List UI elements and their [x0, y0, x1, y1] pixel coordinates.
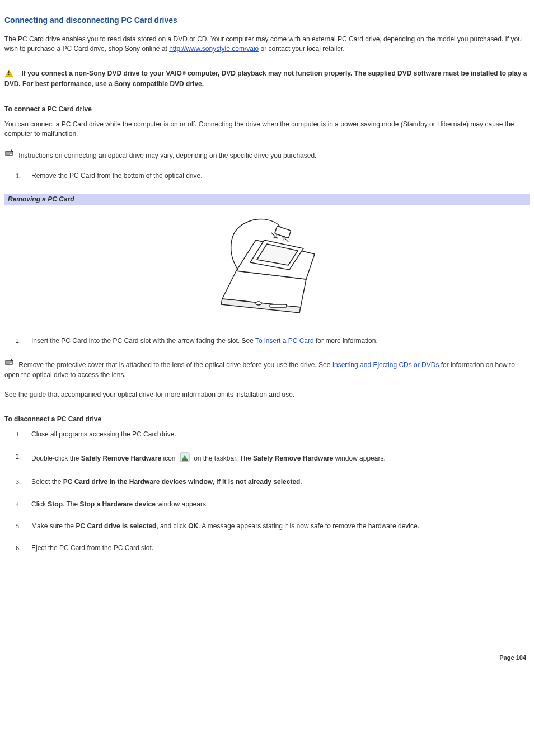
d2d: on the taskbar. The: [192, 454, 253, 462]
d3a: Select the: [31, 478, 63, 486]
d5b: PC Card drive is selected: [76, 522, 156, 530]
d4c: . The: [63, 500, 79, 508]
connect-steps-cont: Insert the PC Card into the PC Card slot…: [4, 336, 530, 346]
pc-card-drive-illustration: [205, 209, 329, 321]
intro-text-2: or contact your local retailer.: [259, 45, 344, 53]
connect-heading: To connect a PC Card drive: [4, 105, 530, 113]
d2b: Safely Remove Hardware: [81, 454, 161, 462]
inserting-ejecting-link[interactable]: Inserting and Ejecting CDs or DVDs: [332, 361, 439, 369]
d3c: .: [300, 478, 302, 486]
disconnect-steps: Close all programs accessing the PC Card…: [4, 430, 530, 553]
d3b: PC Card drive in the Hardware devices wi…: [63, 478, 301, 486]
note2-text-a: Remove the protective cover that is atta…: [18, 361, 332, 369]
warning-icon: [4, 69, 13, 77]
page-container: Connecting and disconnecting PC Card dri…: [0, 0, 534, 672]
warning-callout: If you connect a non-Sony DVD drive to y…: [4, 68, 530, 90]
connect-paragraph: You can connect a PC Card drive while th…: [4, 120, 530, 139]
page-number: Page 104: [4, 654, 530, 661]
d2f: window appears.: [333, 454, 385, 462]
d2a: Double-click the: [31, 454, 81, 462]
connect-guide-paragraph: See the guide that accompanied your opti…: [4, 390, 530, 400]
d5c: , and click: [156, 522, 188, 530]
disconnect-step-2: Double-click the Safely Remove Hardware …: [4, 452, 530, 465]
step2-text-a: Insert the PC Card into the PC Card slot…: [31, 337, 255, 345]
step2-text-b: for more information.: [314, 337, 378, 345]
d4e: window appears.: [156, 500, 208, 508]
note-icon: [4, 149, 15, 159]
note-icon: [4, 358, 15, 369]
d4a: Click: [31, 500, 48, 508]
d5e: . A message appears stating it is now sa…: [198, 522, 419, 530]
d4b: Stop: [48, 500, 63, 508]
d5d: OK: [188, 522, 198, 530]
sonystyle-link[interactable]: http://www.sonystyle.com/vaio: [169, 45, 259, 53]
figure-caption-banner: Removing a PC Card: [4, 194, 530, 205]
connect-step-1: Remove the PC Card from the bottom of th…: [4, 171, 530, 181]
disconnect-heading: To disconnect a PC Card drive: [4, 415, 530, 423]
registered-symbol: ®: [182, 71, 186, 76]
insert-pc-card-link[interactable]: To insert a PC Card: [255, 337, 314, 345]
svg-rect-3: [270, 304, 287, 307]
svg-rect-6: [182, 459, 188, 461]
safely-remove-hardware-icon: [180, 452, 190, 465]
note-block-2: Remove the protective cover that is atta…: [4, 358, 530, 380]
d2e: Safely Remove Hardware: [253, 454, 333, 462]
warning-part1: If you connect a non-Sony DVD drive to y…: [21, 69, 181, 77]
d4d: Stop a Hardware device: [79, 500, 155, 508]
warning-text: If you connect a non-Sony DVD drive to y…: [4, 69, 527, 88]
note-block-1: Instructions on connecting an optical dr…: [4, 149, 530, 161]
disconnect-step-6: Eject the PC Card from the PC Card slot.: [4, 543, 530, 553]
disconnect-step-1: Close all programs accessing the PC Card…: [4, 430, 530, 439]
svg-point-2: [256, 302, 261, 305]
disconnect-step-3: Select the PC Card drive in the Hardware…: [4, 477, 530, 487]
intro-paragraph: The PC Card drive enables you to read da…: [4, 35, 530, 54]
note1-text: Instructions on connecting an optical dr…: [18, 152, 316, 160]
disconnect-step-5: Make sure the PC Card drive is selected,…: [4, 522, 530, 531]
disconnect-step-4: Click Stop. The Stop a Hardware device w…: [4, 500, 530, 509]
connect-step-2: Insert the PC Card into the PC Card slot…: [4, 336, 530, 346]
d5a: Make sure the: [31, 522, 76, 530]
page-title: Connecting and disconnecting PC Card dri…: [4, 16, 530, 25]
connect-steps: Remove the PC Card from the bottom of th…: [4, 171, 530, 181]
figure-wrap: [4, 209, 530, 321]
d2c: icon: [161, 454, 177, 462]
